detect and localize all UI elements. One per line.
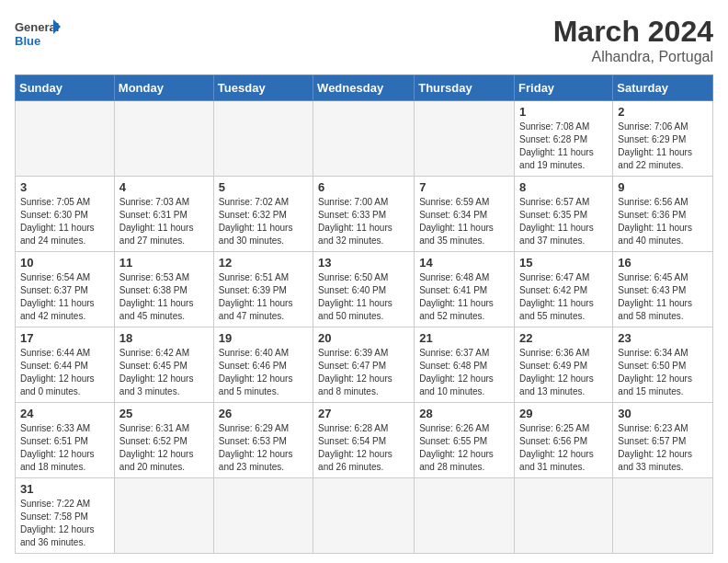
calendar-week-row: 17Sunrise: 6:44 AM Sunset: 6:44 PM Dayli… xyxy=(16,327,713,403)
day-info: Sunrise: 6:47 AM Sunset: 6:42 PM Dayligh… xyxy=(519,271,608,323)
col-thursday: Thursday xyxy=(415,75,515,101)
location-subtitle: Alhandra, Portugal xyxy=(553,49,713,65)
calendar-day-cell: 1Sunrise: 7:08 AM Sunset: 6:28 PM Daylig… xyxy=(515,101,613,177)
calendar-day-cell: 5Sunrise: 7:02 AM Sunset: 6:32 PM Daylig… xyxy=(213,177,313,252)
calendar-day-cell: 7Sunrise: 6:59 AM Sunset: 6:34 PM Daylig… xyxy=(415,177,515,252)
calendar-week-row: 24Sunrise: 6:33 AM Sunset: 6:51 PM Dayli… xyxy=(16,403,713,478)
calendar-header-row: Sunday Monday Tuesday Wednesday Thursday… xyxy=(16,75,713,101)
day-info: Sunrise: 6:50 AM Sunset: 6:40 PM Dayligh… xyxy=(318,271,409,323)
day-info: Sunrise: 6:44 AM Sunset: 6:44 PM Dayligh… xyxy=(20,347,109,398)
calendar-day-cell xyxy=(114,101,213,177)
svg-text:General: General xyxy=(15,20,59,34)
calendar-day-cell: 8Sunrise: 6:57 AM Sunset: 6:35 PM Daylig… xyxy=(515,177,613,252)
calendar-day-cell: 3Sunrise: 7:05 AM Sunset: 6:30 PM Daylig… xyxy=(16,177,115,252)
calendar-week-row: 31Sunrise: 7:22 AM Sunset: 7:58 PM Dayli… xyxy=(16,478,713,554)
calendar-day-cell: 24Sunrise: 6:33 AM Sunset: 6:51 PM Dayli… xyxy=(16,403,115,478)
day-number: 2 xyxy=(618,105,708,119)
day-number: 24 xyxy=(20,407,109,420)
day-info: Sunrise: 6:45 AM Sunset: 6:43 PM Dayligh… xyxy=(618,271,708,323)
calendar-day-cell xyxy=(213,101,313,177)
day-info: Sunrise: 6:40 AM Sunset: 6:46 PM Dayligh… xyxy=(219,347,308,398)
calendar-day-cell: 16Sunrise: 6:45 AM Sunset: 6:43 PM Dayli… xyxy=(613,252,713,327)
day-number: 31 xyxy=(20,482,109,496)
calendar-day-cell xyxy=(213,478,313,554)
day-number: 20 xyxy=(318,331,409,345)
day-info: Sunrise: 6:26 AM Sunset: 6:55 PM Dayligh… xyxy=(419,422,509,474)
day-info: Sunrise: 6:29 AM Sunset: 6:53 PM Dayligh… xyxy=(219,422,308,474)
day-number: 25 xyxy=(119,407,209,420)
day-info: Sunrise: 6:25 AM Sunset: 6:56 PM Dayligh… xyxy=(519,422,608,474)
calendar-day-cell xyxy=(16,101,115,177)
month-year-title: March 2024 xyxy=(553,15,713,49)
day-number: 12 xyxy=(219,256,308,270)
calendar-day-cell: 13Sunrise: 6:50 AM Sunset: 6:40 PM Dayli… xyxy=(313,252,415,327)
day-number: 3 xyxy=(20,180,109,194)
col-monday: Monday xyxy=(114,75,213,101)
day-number: 21 xyxy=(419,331,509,345)
calendar-day-cell: 18Sunrise: 6:42 AM Sunset: 6:45 PM Dayli… xyxy=(114,327,213,403)
col-wednesday: Wednesday xyxy=(313,75,415,101)
day-info: Sunrise: 6:39 AM Sunset: 6:47 PM Dayligh… xyxy=(318,347,409,398)
day-info: Sunrise: 7:05 AM Sunset: 6:30 PM Dayligh… xyxy=(20,196,109,247)
day-number: 28 xyxy=(419,407,509,420)
calendar-day-cell: 2Sunrise: 7:06 AM Sunset: 6:29 PM Daylig… xyxy=(613,101,713,177)
day-number: 14 xyxy=(419,256,509,270)
day-info: Sunrise: 7:00 AM Sunset: 6:33 PM Dayligh… xyxy=(318,196,409,247)
calendar-day-cell: 25Sunrise: 6:31 AM Sunset: 6:52 PM Dayli… xyxy=(114,403,213,478)
day-info: Sunrise: 6:48 AM Sunset: 6:41 PM Dayligh… xyxy=(419,271,509,323)
calendar-day-cell: 12Sunrise: 6:51 AM Sunset: 6:39 PM Dayli… xyxy=(213,252,313,327)
day-number: 26 xyxy=(219,407,308,420)
calendar-day-cell xyxy=(515,478,613,554)
calendar-day-cell: 22Sunrise: 6:36 AM Sunset: 6:49 PM Dayli… xyxy=(515,327,613,403)
calendar-day-cell: 11Sunrise: 6:53 AM Sunset: 6:38 PM Dayli… xyxy=(114,252,213,327)
day-number: 5 xyxy=(219,180,308,194)
title-area: March 2024 Alhandra, Portugal xyxy=(553,15,713,65)
calendar-day-cell: 20Sunrise: 6:39 AM Sunset: 6:47 PM Dayli… xyxy=(313,327,415,403)
calendar-day-cell: 15Sunrise: 6:47 AM Sunset: 6:42 PM Dayli… xyxy=(515,252,613,327)
col-sunday: Sunday xyxy=(16,75,115,101)
calendar-day-cell: 6Sunrise: 7:00 AM Sunset: 6:33 PM Daylig… xyxy=(313,177,415,252)
calendar-day-cell xyxy=(415,101,515,177)
calendar-day-cell xyxy=(114,478,213,554)
logo: General Blue xyxy=(15,15,61,52)
day-info: Sunrise: 6:53 AM Sunset: 6:38 PM Dayligh… xyxy=(119,271,209,323)
day-number: 4 xyxy=(119,180,209,194)
col-friday: Friday xyxy=(515,75,613,101)
calendar-day-cell: 29Sunrise: 6:25 AM Sunset: 6:56 PM Dayli… xyxy=(515,403,613,478)
calendar-week-row: 3Sunrise: 7:05 AM Sunset: 6:30 PM Daylig… xyxy=(16,177,713,252)
day-info: Sunrise: 6:57 AM Sunset: 6:35 PM Dayligh… xyxy=(519,196,608,247)
day-number: 27 xyxy=(318,407,409,420)
calendar-table: Sunday Monday Tuesday Wednesday Thursday… xyxy=(15,75,713,554)
day-number: 16 xyxy=(618,256,708,270)
calendar-day-cell xyxy=(613,478,713,554)
calendar-day-cell: 21Sunrise: 6:37 AM Sunset: 6:48 PM Dayli… xyxy=(415,327,515,403)
day-info: Sunrise: 7:03 AM Sunset: 6:31 PM Dayligh… xyxy=(119,196,209,247)
day-number: 30 xyxy=(618,407,708,420)
day-number: 8 xyxy=(519,180,608,194)
calendar-day-cell: 10Sunrise: 6:54 AM Sunset: 6:37 PM Dayli… xyxy=(16,252,115,327)
calendar-day-cell xyxy=(415,478,515,554)
calendar-day-cell: 27Sunrise: 6:28 AM Sunset: 6:54 PM Dayli… xyxy=(313,403,415,478)
calendar-day-cell: 19Sunrise: 6:40 AM Sunset: 6:46 PM Dayli… xyxy=(213,327,313,403)
day-info: Sunrise: 7:08 AM Sunset: 6:28 PM Dayligh… xyxy=(519,121,608,172)
day-number: 7 xyxy=(419,180,509,194)
calendar-day-cell: 31Sunrise: 7:22 AM Sunset: 7:58 PM Dayli… xyxy=(16,478,115,554)
day-info: Sunrise: 6:36 AM Sunset: 6:49 PM Dayligh… xyxy=(519,347,608,398)
calendar-day-cell: 28Sunrise: 6:26 AM Sunset: 6:55 PM Dayli… xyxy=(415,403,515,478)
logo-svg: General Blue xyxy=(15,15,61,52)
page-header: General Blue March 2024 Alhandra, Portug… xyxy=(15,15,713,65)
calendar-week-row: 10Sunrise: 6:54 AM Sunset: 6:37 PM Dayli… xyxy=(16,252,713,327)
day-number: 11 xyxy=(119,256,209,270)
day-number: 1 xyxy=(519,105,608,119)
col-tuesday: Tuesday xyxy=(213,75,313,101)
day-number: 13 xyxy=(318,256,409,270)
day-info: Sunrise: 6:59 AM Sunset: 6:34 PM Dayligh… xyxy=(419,196,509,247)
col-saturday: Saturday xyxy=(613,75,713,101)
day-info: Sunrise: 7:06 AM Sunset: 6:29 PM Dayligh… xyxy=(618,121,708,172)
day-number: 10 xyxy=(20,256,109,270)
calendar-day-cell: 17Sunrise: 6:44 AM Sunset: 6:44 PM Dayli… xyxy=(16,327,115,403)
day-number: 6 xyxy=(318,180,409,194)
day-info: Sunrise: 6:37 AM Sunset: 6:48 PM Dayligh… xyxy=(419,347,509,398)
day-info: Sunrise: 6:33 AM Sunset: 6:51 PM Dayligh… xyxy=(20,422,109,474)
day-number: 15 xyxy=(519,256,608,270)
